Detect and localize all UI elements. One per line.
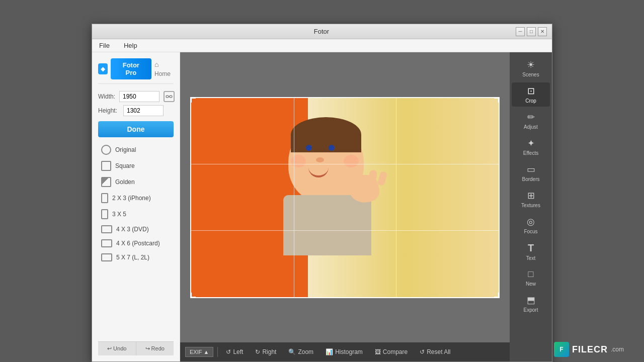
square-icon [101,161,111,171]
crop-label: Crop [525,98,536,104]
bottom-toolbar: EXIF ▲ ↺ Left ↻ Right 🔍 Zoom 📊 Histogram [180,342,510,361]
watermark-domain: .com [611,346,624,353]
undo-button[interactable]: ↩ Undo [98,342,136,355]
ratio-4x6[interactable]: 4 X 6 (Postcard) [98,237,174,250]
panel-new[interactable]: □ New [512,266,550,290]
panel-scenes[interactable]: ☀ Scenes [512,56,550,80]
effects-icon: ✦ [527,138,535,149]
close-button[interactable]: ✕ [538,27,547,36]
focus-label: Focus [524,229,537,234]
pro-button[interactable]: Fotor Pro [111,58,151,79]
reset-all-button[interactable]: ↺ Reset All [416,347,454,357]
diamond-icon: ◆ [98,63,108,74]
4x6-icon [101,239,112,247]
reset-label: Reset All [427,348,450,355]
canvas-container[interactable] [180,52,510,342]
ratio-golden[interactable]: Golden [98,174,174,190]
image-wrapper [190,97,500,298]
compare-button[interactable]: 🖼 Compare [371,347,412,357]
textures-label: Textures [521,203,540,208]
new-icon: □ [528,269,534,280]
compare-icon: 🖼 [375,348,381,355]
rotate-left-label: Left [233,348,243,355]
panel-effects[interactable]: ✦ Effects [512,135,550,159]
scenes-icon: ☀ [527,59,535,70]
2x3-label: 2 X 3 (iPhone) [112,195,151,202]
link-icon[interactable] [164,91,175,102]
rotate-right-button[interactable]: ↻ Right [251,347,280,357]
golden-icon [101,177,111,187]
new-label: New [526,281,536,287]
focus-icon: ◎ [527,216,535,227]
4x6-label: 4 X 6 (Postcard) [116,240,160,247]
redo-button[interactable]: ↪ Redo [136,342,174,355]
app-title: Fotor [127,28,516,35]
histogram-label: Histogram [335,348,363,355]
baby-image [190,97,500,298]
watermark: F FILECR .com [554,342,624,357]
done-button[interactable]: Done [98,121,174,137]
ratio-2x3[interactable]: 2 X 3 (iPhone) [98,191,174,206]
adjust-icon: ✏ [527,112,535,123]
minimize-button[interactable]: ─ [516,27,525,36]
home-icon: ⌂ [154,60,158,68]
2x3-icon [101,193,108,203]
borders-icon: ▭ [527,164,535,175]
ratio-square[interactable]: Square [98,158,174,173]
5x7-icon [101,253,112,261]
reset-icon: ↺ [420,348,425,355]
width-label: Width: [98,93,115,100]
height-input[interactable] [123,105,164,116]
3x5-icon [101,209,108,219]
text-label: Text [526,255,535,261]
window-controls: ─ □ ✕ [516,27,547,36]
histogram-button[interactable]: 📊 Histogram [321,347,367,357]
ratio-original[interactable]: Original [98,142,174,157]
size-section: Width: Height: [98,91,174,116]
zoom-label: Zoom [298,348,313,355]
3x5-label: 3 X 5 [112,211,126,218]
export-icon: ⬒ [527,295,535,306]
menu-help[interactable]: Help [121,41,140,50]
watermark-f: F [559,346,563,353]
rotate-right-label: Right [262,348,276,355]
width-input[interactable] [119,91,159,102]
exif-button[interactable]: EXIF ▲ [185,347,213,357]
effects-label: Effects [523,150,538,156]
rotate-right-icon: ↻ [255,348,260,355]
golden-label: Golden [115,178,135,186]
home-button[interactable]: ⌂ Home [154,60,174,78]
panel-focus[interactable]: ◎ Focus [512,213,550,237]
export-label: Export [524,307,538,313]
main-content: ◆ Fotor Pro ⌂ Home Width: [92,52,552,361]
square-label: Square [115,162,135,169]
5x7-label: 5 X 7 (L, 2L) [116,254,149,261]
menu-file[interactable]: File [96,41,113,50]
ratio-4x3dvd[interactable]: 4 X 3 (DVD) [98,223,174,236]
ratio-5x7[interactable]: 5 X 7 (L, 2L) [98,251,174,264]
watermark-text: FILECR [572,344,608,355]
crop-panel: ◆ Fotor Pro ⌂ Home Width: [92,52,180,361]
panel-text[interactable]: T Text [512,239,550,264]
diamond-symbol: ◆ [101,65,105,72]
chain-link-icon [166,93,173,100]
watermark-logo: F [554,342,569,357]
titlebar: Fotor ─ □ ✕ [92,24,552,39]
original-label: Original [115,146,136,153]
rotate-left-icon: ↺ [226,348,231,355]
zoom-button[interactable]: 🔍 Zoom [284,347,317,357]
rotate-left-button[interactable]: ↺ Left [222,347,247,357]
panel-textures[interactable]: ⊞ Textures [512,187,550,211]
panel-crop[interactable]: ⊡ Crop [512,82,550,107]
panel-export[interactable]: ⬒ Export [512,292,550,316]
4x3-icon [101,225,112,233]
maximize-button[interactable]: □ [527,27,536,36]
ratio-3x5[interactable]: 3 X 5 [98,207,174,222]
svg-rect-1 [170,96,172,98]
borders-label: Borders [522,176,539,182]
canvas-area: EXIF ▲ ↺ Left ↻ Right 🔍 Zoom 📊 Histogram [180,52,510,361]
panel-adjust[interactable]: ✏ Adjust [512,109,550,133]
scenes-label: Scenes [522,72,539,77]
height-row: Height: [98,105,174,116]
panel-borders[interactable]: ▭ Borders [512,161,550,185]
